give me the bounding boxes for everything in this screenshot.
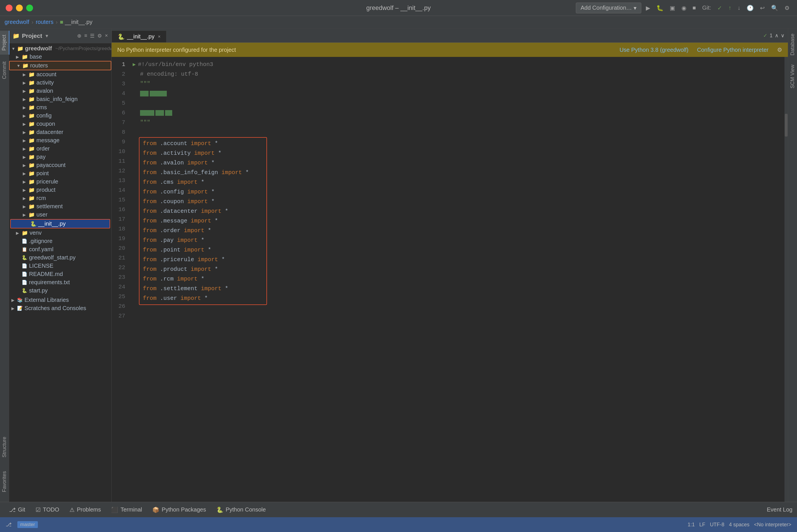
tree-item-datacenter[interactable]: ▶ 📁 datacenter bbox=[9, 128, 111, 136]
collapse-icon[interactable]: ∨ bbox=[781, 33, 784, 39]
rcm-folder-icon: 📁 bbox=[29, 195, 35, 202]
tree-item-payaccount[interactable]: ▶ 📁 payaccount bbox=[9, 161, 111, 169]
code-line-5 bbox=[131, 98, 784, 108]
tree-item-product[interactable]: ▶ 📁 product bbox=[9, 186, 111, 194]
settings-icon[interactable]: ⚙ bbox=[783, 3, 791, 13]
tree-item-start-py[interactable]: 🐍 start.py bbox=[9, 286, 111, 295]
interpreter-status[interactable]: <No interpreter> bbox=[754, 522, 791, 528]
tree-item-rcm[interactable]: ▶ 📁 rcm bbox=[9, 194, 111, 202]
expand-icon[interactable]: ∧ bbox=[775, 33, 778, 39]
tree-item-external-libraries[interactable]: ▶ 📚 External Libraries bbox=[9, 296, 111, 304]
avalon-label: avalon bbox=[36, 88, 53, 94]
tree-item-venv[interactable]: ▶ 📁 venv bbox=[9, 229, 111, 237]
message-folder-icon: 📁 bbox=[29, 137, 35, 144]
user-label: user bbox=[36, 211, 48, 218]
tree-item-basic-info-feign[interactable]: ▶ 📁 basic_info_feign bbox=[9, 95, 111, 103]
search-icon[interactable]: 🔍 bbox=[770, 3, 780, 13]
git-branch-badge[interactable]: master bbox=[17, 521, 38, 528]
tree-item-order[interactable]: ▶ 📁 order bbox=[9, 145, 111, 153]
interpreter-settings-icon[interactable]: ⚙ bbox=[777, 46, 782, 53]
indent-setting[interactable]: 4 spaces bbox=[729, 522, 749, 528]
use-python-link[interactable]: Use Python 3.8 (greedwolf) bbox=[619, 47, 688, 53]
status-bar: ⎇ master 1:1 LF UTF-8 4 spaces <No inter… bbox=[0, 517, 797, 532]
tree-item-coupon[interactable]: ▶ 📁 coupon bbox=[9, 120, 111, 128]
database-tab-label[interactable]: Database bbox=[789, 31, 796, 58]
dropdown-arrow-icon: ▾ bbox=[634, 4, 636, 12]
encoding[interactable]: UTF-8 bbox=[710, 522, 724, 528]
debug-icon[interactable]: 🐛 bbox=[655, 3, 665, 13]
coverage-icon[interactable]: ▣ bbox=[668, 3, 677, 13]
maximize-button[interactable] bbox=[26, 4, 33, 12]
terminal-tab-label: Terminal bbox=[121, 507, 142, 513]
tree-item-account[interactable]: ▶ 📁 account bbox=[9, 70, 111, 78]
run-icon[interactable]: ▶ bbox=[644, 3, 652, 13]
git-push-icon[interactable]: ↑ bbox=[727, 3, 733, 12]
bottom-tab-todo[interactable]: ☑ TODO bbox=[31, 505, 64, 515]
init-py-icon: 🐍 bbox=[30, 221, 36, 227]
bottom-tab-python-console[interactable]: 🐍 Python Console bbox=[212, 505, 271, 515]
bottom-tab-python-packages[interactable]: 📦 Python Packages bbox=[148, 505, 211, 515]
breadcrumb-root[interactable]: greedwolf bbox=[4, 19, 29, 25]
tab-close-icon[interactable]: × bbox=[158, 34, 161, 39]
git-check-icon[interactable]: ✓ bbox=[716, 3, 724, 13]
tree-item-point[interactable]: ▶ 📁 point bbox=[9, 169, 111, 177]
event-log-link[interactable]: Event Log bbox=[767, 507, 793, 513]
tree-item-pricerule[interactable]: ▶ 📁 pricerule bbox=[9, 177, 111, 186]
profile-icon[interactable]: ◉ bbox=[680, 3, 688, 13]
show-options-icon[interactable]: ☰ bbox=[90, 33, 94, 39]
tree-item-init-py[interactable]: ▶ 🐍 __init__.py bbox=[10, 219, 110, 228]
tree-item-readme[interactable]: 📄 README.md bbox=[9, 270, 111, 278]
favorites-tab-label[interactable]: Favorites bbox=[0, 467, 9, 496]
root-name: greedwolf bbox=[25, 45, 52, 52]
close-panel-icon[interactable]: × bbox=[105, 33, 108, 39]
tree-item-avalon[interactable]: ▶ 📁 avalon bbox=[9, 87, 111, 95]
tree-item-greedwolf-start[interactable]: 🐍 greedwolf_start.py bbox=[9, 253, 111, 262]
bottom-tab-problems[interactable]: ⚠ Problems bbox=[65, 505, 105, 515]
tree-item-user[interactable]: ▶ 📁 user bbox=[9, 210, 111, 219]
project-tab-label[interactable]: Project bbox=[0, 31, 10, 55]
tree-item-conf-yaml[interactable]: 📋 conf.yaml bbox=[9, 245, 111, 253]
commit-tab-label[interactable]: Commit bbox=[0, 57, 9, 83]
editor-tab-init-py[interactable]: 🐍 __init__.py × bbox=[112, 31, 167, 42]
bottom-tab-terminal[interactable]: ⬛ Terminal bbox=[107, 505, 147, 515]
tree-item-message[interactable]: ▶ 📁 message bbox=[9, 136, 111, 145]
tree-item-scratches[interactable]: ▶ 📝 Scratches and Consoles bbox=[9, 304, 111, 312]
tree-item-base[interactable]: ▶ 📁 base bbox=[9, 53, 111, 61]
add-configuration-button[interactable]: Add Configuration… ▾ bbox=[576, 3, 641, 13]
gear-icon[interactable]: ⚙ bbox=[97, 33, 102, 39]
bottom-tab-git[interactable]: ⎇ Git bbox=[4, 505, 30, 515]
tree-item-root[interactable]: ▼ 📁 greedwolf ~/PycharmProjects/greedwol… bbox=[9, 44, 111, 53]
collapse-all-icon[interactable]: ≡ bbox=[84, 33, 87, 39]
tree-item-settlement[interactable]: ▶ 📁 settlement bbox=[9, 202, 111, 210]
tree-item-config[interactable]: ▶ 📁 config bbox=[9, 112, 111, 120]
git-update-icon[interactable]: ↓ bbox=[736, 3, 742, 12]
todo-tab-icon: ☑ bbox=[36, 507, 41, 513]
project-dropdown-icon[interactable]: ▾ bbox=[45, 33, 48, 39]
tree-item-routers[interactable]: ▼ 📁 routers bbox=[9, 61, 111, 70]
tree-item-activity[interactable]: ▶ 📁 activity bbox=[9, 78, 111, 87]
add-config-label: Add Configuration… bbox=[581, 4, 632, 11]
tree-item-license[interactable]: 📄 LICENSE bbox=[9, 262, 111, 270]
editor-scrollbar-thumb[interactable] bbox=[785, 114, 787, 136]
scmview-tab-label[interactable]: SCM View bbox=[789, 62, 796, 91]
tree-item-cms[interactable]: ▶ 📁 cms bbox=[9, 103, 111, 112]
structure-tab-label[interactable]: Structure bbox=[0, 433, 9, 461]
cursor-position[interactable]: 1:1 bbox=[688, 522, 695, 528]
code-line-18: from .order import * bbox=[142, 226, 264, 235]
breadcrumb-routers[interactable]: routers bbox=[36, 19, 53, 25]
code-content[interactable]: ▶ #!/usr/bin/env python3 # encoding: utf… bbox=[129, 57, 784, 502]
stop-icon[interactable]: ■ bbox=[691, 3, 698, 12]
locate-file-icon[interactable]: ⊕ bbox=[77, 33, 81, 39]
tree-item-pay[interactable]: ▶ 📁 pay bbox=[9, 153, 111, 161]
greedwolf-start-label: greedwolf_start.py bbox=[29, 254, 75, 261]
git-rollback-icon[interactable]: ↩ bbox=[758, 3, 766, 13]
configure-interpreter-link[interactable]: Configure Python interpreter bbox=[697, 47, 768, 53]
tree-item-requirements[interactable]: 📄 requirements.txt bbox=[9, 278, 111, 286]
tree-item-gitignore[interactable]: 📄 .gitignore bbox=[9, 237, 111, 245]
activity-label: activity bbox=[36, 79, 54, 86]
close-button[interactable] bbox=[6, 4, 13, 12]
minimize-button[interactable] bbox=[16, 4, 23, 12]
git-history-icon[interactable]: 🕐 bbox=[745, 3, 756, 13]
line-ending[interactable]: LF bbox=[699, 522, 705, 528]
editor-scrollbar[interactable] bbox=[784, 57, 788, 502]
